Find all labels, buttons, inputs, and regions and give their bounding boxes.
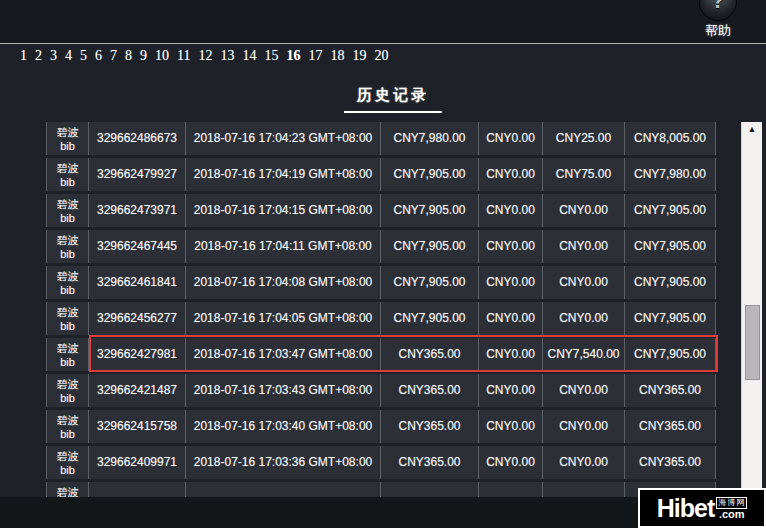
user-name-en: bib <box>47 319 88 333</box>
cell-amount-2: CNY0.00 <box>479 410 543 443</box>
page-link-16[interactable]: 16 <box>286 48 300 64</box>
table-row[interactable]: 碧波 bib <box>46 482 716 497</box>
cell-amount-3: CNY0.00 <box>543 374 625 407</box>
page-link-12[interactable]: 12 <box>198 48 212 64</box>
cell-timestamp: 2018-07-16 17:03:36 GMT+08:00 <box>186 446 381 479</box>
cell-amount-2: CNY0.00 <box>479 446 543 479</box>
section-title-wrap: 历史记录 <box>0 86 766 113</box>
cell-amount-4: CNY7,905.00 <box>625 194 716 227</box>
user-name-cn: 碧波 <box>47 485 88 497</box>
help-icon: ? <box>699 0 737 21</box>
table-row[interactable]: 碧波 bib 329662486673 2018-07-16 17:04:23 … <box>46 122 716 155</box>
table-row[interactable]: 碧波 bib 329662427981 2018-07-16 17:03:47 … <box>46 338 716 371</box>
cell-user: 碧波 bib <box>47 446 89 479</box>
page-link-19[interactable]: 19 <box>352 48 366 64</box>
user-name-en: bib <box>47 391 88 405</box>
table-row[interactable]: 碧波 bib 329662473971 2018-07-16 17:04:15 … <box>46 194 716 227</box>
page-link-5[interactable]: 5 <box>80 48 87 64</box>
cell-amount-4: CNY365.00 <box>625 410 716 443</box>
hibet-logo-tld: .com <box>719 509 745 520</box>
cell-amount-3: CNY0.00 <box>543 266 625 299</box>
cell-transaction-id: 329662479927 <box>89 158 186 191</box>
page-link-15[interactable]: 15 <box>264 48 278 64</box>
cell-amount-2: CNY0.00 <box>479 338 543 371</box>
cell-amount-4: CNY7,980.00 <box>625 158 716 191</box>
cell-amount-1: CNY365.00 <box>381 410 479 443</box>
page-link-1[interactable]: 1 <box>20 48 27 64</box>
help-icon-glyph: ? <box>711 0 724 13</box>
user-name-en: bib <box>47 355 88 369</box>
cell-timestamp: 2018-07-16 17:04:19 GMT+08:00 <box>186 158 381 191</box>
cell-amount-3: CNY0.00 <box>543 410 625 443</box>
page-link-3[interactable]: 3 <box>50 48 57 64</box>
user-name-cn: 碧波 <box>47 233 88 247</box>
user-name-cn: 碧波 <box>47 161 88 175</box>
page-link-13[interactable]: 13 <box>220 48 234 64</box>
user-name-en: bib <box>47 175 88 189</box>
page-link-7[interactable]: 7 <box>110 48 117 64</box>
cell-transaction-id: 329662486673 <box>89 122 186 155</box>
cell-amount-2 <box>479 482 543 497</box>
user-name-cn: 碧波 <box>47 449 88 463</box>
table-row[interactable]: 碧波 bib 329662479927 2018-07-16 17:04:19 … <box>46 158 716 191</box>
pagination: 1234567891011121314151617181920 <box>20 48 396 66</box>
page-link-8[interactable]: 8 <box>125 48 132 64</box>
cell-amount-4: CNY8,005.00 <box>625 122 716 155</box>
page-link-10[interactable]: 10 <box>155 48 169 64</box>
user-name-en: bib <box>47 139 88 153</box>
cell-transaction-id: 329662461841 <box>89 266 186 299</box>
cell-transaction-id: 329662409971 <box>89 446 186 479</box>
page-link-4[interactable]: 4 <box>65 48 72 64</box>
cell-user: 碧波 bib <box>47 266 89 299</box>
cell-amount-1: CNY365.00 <box>381 338 479 371</box>
page-link-18[interactable]: 18 <box>330 48 344 64</box>
user-name-en: bib <box>47 283 88 297</box>
page-link-17[interactable]: 17 <box>308 48 322 64</box>
cell-timestamp: 2018-07-16 17:03:47 GMT+08:00 <box>186 338 381 371</box>
app-window: ? 帮助 1234567891011121314151617181920 历史记… <box>0 0 766 528</box>
cell-timestamp: 2018-07-16 17:04:11 GMT+08:00 <box>186 230 381 263</box>
page-link-6[interactable]: 6 <box>95 48 102 64</box>
table-row[interactable]: 碧波 bib 329662421487 2018-07-16 17:03:43 … <box>46 374 716 407</box>
user-name-en: bib <box>47 427 88 441</box>
table-row[interactable]: 碧波 bib 329662461841 2018-07-16 17:04:08 … <box>46 266 716 299</box>
page-link-14[interactable]: 14 <box>242 48 256 64</box>
cell-amount-3: CNY25.00 <box>543 122 625 155</box>
help-button[interactable]: ? 帮助 <box>696 0 740 40</box>
page-link-9[interactable]: 9 <box>140 48 147 64</box>
cell-amount-1 <box>381 482 479 497</box>
cell-timestamp: 2018-07-16 17:03:43 GMT+08:00 <box>186 374 381 407</box>
cell-amount-4: CNY365.00 <box>625 446 716 479</box>
page-link-2[interactable]: 2 <box>35 48 42 64</box>
section-title: 历史记录 <box>344 86 442 113</box>
table-row[interactable]: 碧波 bib 329662415758 2018-07-16 17:03:40 … <box>46 410 716 443</box>
user-name-cn: 碧波 <box>47 377 88 391</box>
cell-transaction-id <box>89 482 186 497</box>
cell-transaction-id: 329662467445 <box>89 230 186 263</box>
table-row[interactable]: 碧波 bib 329662409971 2018-07-16 17:03:36 … <box>46 446 716 479</box>
page-link-20[interactable]: 20 <box>374 48 388 64</box>
table-row[interactable]: 碧波 bib 329662456277 2018-07-16 17:04:05 … <box>46 302 716 335</box>
hibet-logo-right: 海博网 .com <box>716 497 747 520</box>
table-row[interactable]: 碧波 bib 329662467445 2018-07-16 17:04:11 … <box>46 230 716 263</box>
user-name-cn: 碧波 <box>47 341 88 355</box>
cell-user: 碧波 bib <box>47 482 89 497</box>
cell-user: 碧波 bib <box>47 230 89 263</box>
user-name-cn: 碧波 <box>47 125 88 139</box>
scroll-up-arrow-icon[interactable]: ▲ <box>742 122 762 138</box>
hibet-logo-cn-label: 海博网 <box>716 497 747 509</box>
scrollbar[interactable]: ▲ <box>741 122 762 497</box>
cell-user: 碧波 bib <box>47 158 89 191</box>
page-link-11[interactable]: 11 <box>177 48 190 64</box>
cell-amount-2: CNY0.00 <box>479 194 543 227</box>
cell-amount-3: CNY0.00 <box>543 302 625 335</box>
cell-amount-2: CNY0.00 <box>479 158 543 191</box>
cell-timestamp: 2018-07-16 17:04:15 GMT+08:00 <box>186 194 381 227</box>
cell-amount-1: CNY365.00 <box>381 446 479 479</box>
cell-amount-2: CNY0.00 <box>479 374 543 407</box>
cell-amount-2: CNY0.00 <box>479 230 543 263</box>
main-content: 1234567891011121314151617181920 历史记录 碧波 … <box>0 44 766 497</box>
cell-user: 碧波 bib <box>47 122 89 155</box>
scroll-thumb[interactable] <box>745 305 760 380</box>
cell-timestamp <box>186 482 381 497</box>
